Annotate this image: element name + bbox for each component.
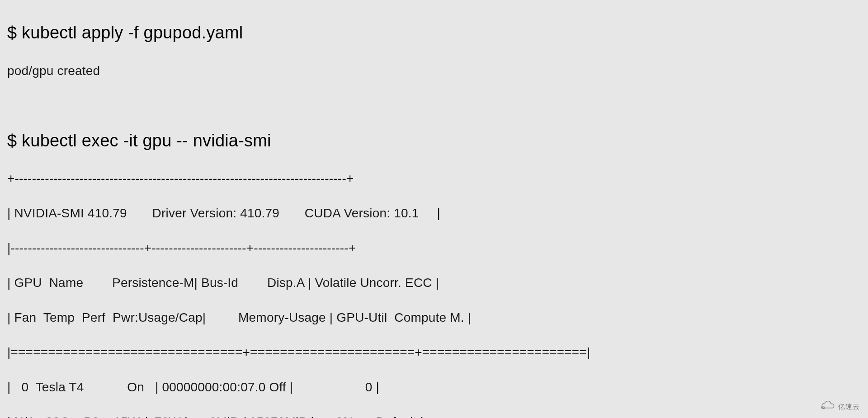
smi-line: | 0 Tesla T4 On | 00000000:00:07.0 Off |…	[7, 379, 861, 396]
command-exec-smi: $ kubectl exec -it gpu -- nvidia-smi	[7, 129, 861, 152]
smi-line: | GPU Name Persistence-M| Bus-Id Disp.A …	[7, 274, 861, 291]
cloud-icon	[819, 401, 836, 413]
apply-reply: pod/gpu created	[7, 62, 861, 80]
smi-line: +---------------------------------------…	[7, 170, 861, 187]
smi-line: |===============================+=======…	[7, 344, 861, 361]
smi-line: | Fan Temp Perf Pwr:Usage/Cap| Memory-Us…	[7, 309, 861, 326]
watermark: 亿速云	[819, 401, 860, 413]
command-apply: $ kubectl apply -f gpupod.yaml	[7, 21, 861, 44]
terminal-output: $ kubectl apply -f gpupod.yaml pod/gpu c…	[0, 0, 868, 418]
smi-line: |-------------------------------+-------…	[7, 240, 861, 257]
smi-line: | N/A 33C P8 15W / 70W | 0MiB / 15079MiB…	[7, 413, 861, 418]
svg-point-0	[821, 406, 824, 409]
watermark-text: 亿速云	[838, 403, 860, 411]
smi-line: | NVIDIA-SMI 410.79 Driver Version: 410.…	[7, 205, 861, 222]
